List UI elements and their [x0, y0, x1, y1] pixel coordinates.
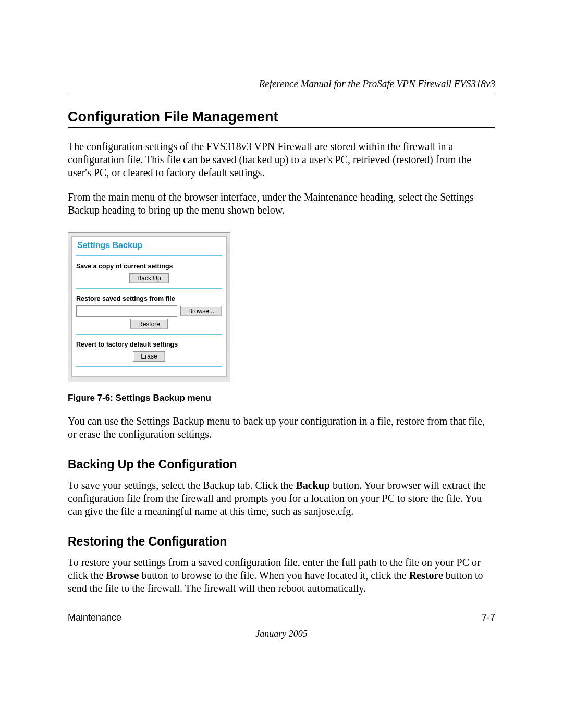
panel-separator-3 [76, 334, 222, 335]
footer-left: Maintenance [68, 612, 121, 623]
footer-date: January 2005 [68, 628, 495, 639]
restore-from-file-label: Restore saved settings from file [76, 295, 222, 302]
backup-button[interactable]: Back Up [129, 273, 168, 283]
save-copy-label: Save a copy of current settings [76, 263, 222, 270]
text-span: To save your settings, select the Backup… [68, 479, 296, 491]
panel-title: Settings Backup [76, 238, 222, 255]
header-rule [68, 93, 495, 93]
intro-paragraph-1: The configuration settings of the FVS318… [68, 140, 495, 179]
settings-backup-panel: Settings Backup Save a copy of current s… [68, 232, 230, 382]
footer-right: 7-7 [482, 612, 495, 623]
after-figure-paragraph: You can use the Settings Backup menu to … [68, 415, 495, 441]
figure-caption: Figure 7-6: Settings Backup menu [68, 393, 495, 403]
erase-button[interactable]: Erase [133, 351, 165, 362]
document-page: Reference Manual for the ProSafe VPN Fir… [0, 0, 563, 728]
panel-separator-4 [76, 366, 222, 367]
bold-backup: Backup [296, 479, 330, 491]
panel-separator-1 [76, 255, 222, 256]
browse-button[interactable]: Browse... [180, 306, 222, 316]
file-path-input[interactable] [76, 305, 177, 317]
backup-paragraph: To save your settings, select the Backup… [68, 479, 495, 518]
panel-separator-2 [76, 288, 222, 289]
panel-inner: Settings Backup Save a copy of current s… [71, 236, 227, 377]
footer-rule [68, 610, 495, 610]
restore-button[interactable]: Restore [130, 319, 168, 329]
bold-browse: Browse [106, 570, 139, 581]
footer-row: Maintenance 7-7 [68, 612, 495, 623]
section-heading: Configuration File Management [68, 109, 495, 125]
subheading-backup: Backing Up the Configuration [68, 458, 495, 472]
text-span: button to browse to the file. When you h… [139, 570, 409, 581]
subheading-restore: Restoring the Configuration [68, 535, 495, 549]
restore-paragraph: To restore your settings from a saved co… [68, 556, 495, 595]
bold-restore: Restore [409, 570, 443, 581]
heading-rule [68, 127, 495, 128]
running-header: Reference Manual for the ProSafe VPN Fir… [68, 78, 495, 90]
intro-paragraph-2: From the main menu of the browser interf… [68, 191, 495, 217]
revert-factory-label: Revert to factory default settings [76, 341, 222, 348]
